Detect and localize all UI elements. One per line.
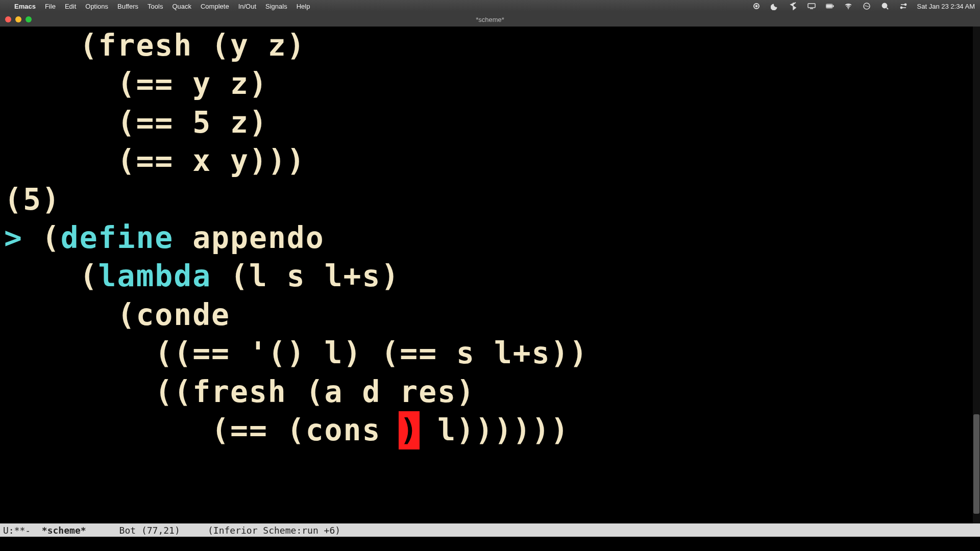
code-line: (fresh (y z)	[4, 28, 306, 63]
svg-rect-4	[826, 5, 831, 8]
code-line: (5)	[4, 182, 61, 217]
close-icon[interactable]	[5, 16, 11, 22]
menu-quack[interactable]: Quack	[172, 3, 191, 10]
menubar-clock[interactable]: Sat Jan 23 2:34 AM	[917, 3, 975, 10]
window-titlebar[interactable]: *scheme*	[0, 12, 980, 27]
svg-point-10	[900, 7, 902, 8]
keyword-define: define	[61, 220, 174, 255]
code-line: (== x y)))	[4, 143, 306, 178]
svg-point-8	[882, 4, 887, 8]
display-icon[interactable]	[807, 2, 816, 11]
minibuffer[interactable]	[0, 537, 980, 551]
menu-edit[interactable]: Edit	[65, 3, 76, 10]
keyword-lambda: lambda	[99, 259, 212, 293]
code-text: (	[4, 259, 99, 293]
traffic-lights	[0, 16, 32, 22]
do-not-disturb-icon[interactable]	[770, 2, 779, 11]
wifi-icon[interactable]	[844, 2, 853, 11]
modeline-position: Bot (77,21)	[86, 525, 208, 536]
macos-menubar: Emacs File Edit Options Buffers Tools Qu…	[0, 0, 980, 12]
control-center-icon[interactable]	[899, 2, 908, 11]
svg-point-1	[755, 5, 757, 7]
emacs-window: *scheme* (fresh (y z) (== y z) (== 5 z) …	[0, 12, 980, 551]
svg-rect-2	[808, 4, 815, 8]
zoom-icon[interactable]	[26, 16, 32, 22]
menubar-app-name[interactable]: Emacs	[14, 3, 36, 10]
point-cursor: )	[399, 411, 420, 449]
window-title: *scheme*	[0, 16, 980, 23]
scrollbar[interactable]	[973, 27, 980, 523]
menu-help[interactable]: Help	[297, 3, 310, 10]
code-text: l))))))	[419, 413, 569, 447]
code-text: (== (cons	[4, 413, 400, 447]
modeline-buffer: *scheme*	[42, 525, 86, 536]
code-text: appendo	[174, 220, 324, 255]
bluetooth-icon[interactable]	[789, 2, 798, 11]
svg-point-6	[848, 8, 849, 9]
repl-prompt: >	[4, 220, 42, 255]
mode-line[interactable]: U:**- *scheme* Bot (77,21) (Inferior Sch…	[0, 523, 980, 537]
code-line: (== 5 z)	[4, 105, 268, 140]
battery-icon[interactable]	[825, 2, 835, 11]
code-text: (	[42, 220, 61, 255]
spotlight-icon[interactable]	[880, 2, 890, 11]
menu-options[interactable]: Options	[85, 3, 108, 10]
code-line: ((fresh (a d res)	[4, 374, 475, 409]
menu-file[interactable]: File	[45, 3, 56, 10]
minimize-icon[interactable]	[15, 16, 21, 22]
svg-rect-5	[832, 5, 834, 7]
modeline-mode: (Inferior Scheme:run +6)	[208, 525, 340, 536]
code-line: (== y z)	[4, 66, 268, 101]
menu-tools[interactable]: Tools	[148, 3, 163, 10]
code-line: (conde	[4, 297, 230, 332]
editor-area[interactable]: (fresh (y z) (== y z) (== 5 z) (== x y))…	[0, 27, 980, 523]
menu-complete[interactable]: Complete	[201, 3, 229, 10]
menu-inout[interactable]: In/Out	[238, 3, 256, 10]
svg-point-9	[904, 4, 906, 5]
siri-icon[interactable]	[862, 2, 871, 11]
code-line: ((== '() l) (== s l+s))	[4, 336, 589, 370]
code-buffer[interactable]: (fresh (y z) (== y z) (== 5 z) (== x y))…	[0, 27, 980, 449]
menu-signals[interactable]: Signals	[265, 3, 287, 10]
modeline-flags: U:**-	[3, 525, 42, 536]
scrollbar-thumb[interactable]	[973, 414, 979, 514]
menu-buffers[interactable]: Buffers	[117, 3, 138, 10]
menubar-right: Sat Jan 23 2:34 AM	[752, 2, 975, 11]
record-icon[interactable]	[752, 2, 761, 11]
menubar-left: Emacs File Edit Options Buffers Tools Qu…	[5, 3, 310, 10]
code-text: (l s l+s)	[211, 259, 400, 293]
